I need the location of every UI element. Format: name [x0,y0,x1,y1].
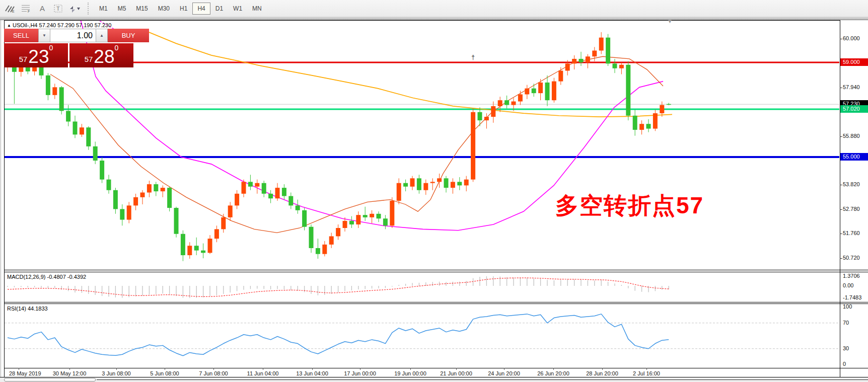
timeframe-button-m5[interactable]: M5 [113,3,131,15]
rsi-axis-label: 100 [843,303,852,310]
candle-body [498,100,502,106]
chart-hatch-icon[interactable]: E [3,2,17,15]
date-label: 19 Jun 00:00 [394,370,426,376]
candle-body [248,182,253,186]
price-badge-57.020: 57.020 [840,105,868,113]
candle-body [46,75,50,95]
icon-badge-e: E [12,10,15,13]
timeframe-button-m15[interactable]: M15 [131,3,153,15]
candle-body [59,87,64,111]
candle-body [599,38,604,51]
candle-body [66,111,70,121]
sell-quote-sup: 0 [49,44,53,51]
price-tick-label: 53.820 [843,181,860,187]
candle-body [397,183,401,201]
macd-panel-chart[interactable] [5,272,839,302]
candle-body [187,246,192,255]
timeframe-bar: M1M5M15M30H1H4D1W1MN [94,3,267,15]
price-tick [840,234,842,234]
arrows-tool-icon[interactable] [67,2,82,15]
candle-body [127,205,131,219]
candle-body [491,106,495,117]
rsi-axis-label: 70 [843,320,849,326]
candle-body [80,127,84,134]
timeframe-button-d1[interactable]: D1 [210,3,228,15]
outer-left-line [1,20,1,377]
date-label: 2 Jul 16:00 [633,370,660,376]
candle-body [464,180,469,186]
date-label: 5 Jun 08:00 [150,370,179,376]
candle-body [403,183,408,187]
date-tick [312,368,313,370]
volume-up-stepper[interactable]: ▲ [96,29,108,42]
text-a-icon[interactable]: A [35,2,49,15]
candle-body [167,188,172,208]
candle-body [120,209,124,219]
rsi-panel-chart[interactable] [5,304,839,368]
candle-body [558,70,563,81]
candle-body [417,178,421,190]
date-tick [165,368,165,370]
ohlc-readout: 57.240 57.290 57.190 57.230 [39,22,112,28]
candle-body [444,178,449,188]
candle-body [349,221,354,224]
candle-body [538,83,543,93]
date-tick [213,368,214,370]
candle-body [255,183,259,187]
toolbar-separator [88,3,91,15]
candle-body [410,178,415,186]
timeframe-button-m1[interactable]: M1 [94,3,113,15]
price-tick-label: 52.780 [843,206,860,212]
date-axis-border [4,368,868,368]
svg-text:T: T [56,6,60,12]
candle-body [194,246,199,250]
price-badge-59.000: 59.000 [840,58,868,66]
collapse-arrow-icon[interactable]: ▲ [7,23,11,28]
timeframe-button-h4[interactable]: H4 [192,3,210,15]
price-tick [840,136,842,137]
sell-quote-prefix: 57 [19,53,28,66]
icon-badge-f: F [28,10,30,13]
candle-body [322,245,327,254]
date-tick [360,368,360,370]
date-tick [553,368,554,370]
buy-quote-sup: 0 [115,44,119,51]
date-label: 17 Jun 00:00 [344,370,376,376]
date-label: 21 Jun 00:00 [440,370,472,376]
timeframe-button-m30[interactable]: M30 [153,3,175,15]
volume-down-stepper[interactable]: ▼ [38,29,50,42]
volume-input[interactable] [50,29,96,42]
candle-body [383,218,388,225]
grid-icon[interactable]: F [19,2,33,15]
scrollbar-thumb[interactable] [4,378,96,381]
candle-body [73,122,78,135]
candle-body [592,51,597,57]
rsi-line [8,314,669,356]
candle-body [140,193,145,197]
textbox-icon[interactable]: T [51,2,65,15]
symbol-title: USOil-,H4 [13,22,38,28]
timeframe-button-mn[interactable]: MN [247,3,267,15]
candle-body [437,178,442,182]
buy-quote[interactable]: 57 28 0 [69,43,133,67]
candle-body [343,221,347,228]
buy-button[interactable]: BUY [108,29,149,42]
candle-body [525,89,529,95]
candle-body [363,215,368,217]
buy-quote-big: 28 [94,47,114,66]
candle-body [309,227,314,248]
candle-body [552,82,556,101]
candle-body [133,197,138,205]
sell-quote[interactable]: 57 23 0 [4,43,68,67]
timeframe-button-h1[interactable]: H1 [175,3,192,15]
candle-body [100,161,104,180]
candle-body [107,180,111,190]
sell-button[interactable]: SELL [4,29,38,42]
candle-body [478,112,482,120]
scroll-to-end-arrow-icon[interactable]: ▼ [667,18,673,24]
date-tick [19,368,19,370]
rsi-axis-label: 30 [843,345,849,351]
candle-body [653,113,658,129]
timeframe-button-w1[interactable]: W1 [228,3,247,15]
macd-axis-label: 1.3706 [843,273,860,279]
